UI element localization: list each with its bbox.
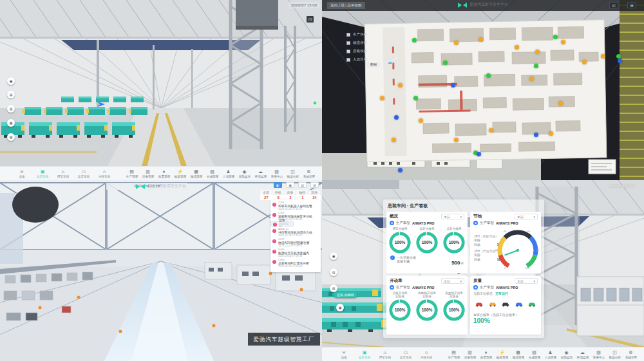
toolbar-item-冲压车间[interactable]: ⌂冲压车间 bbox=[416, 347, 437, 361]
layer-filter[interactable]: ✓生产设备 bbox=[346, 32, 367, 37]
fullscreen-button[interactable]: ◰ bbox=[609, 2, 618, 8]
toolbar-item-仓储管理[interactable]: ▧仓储管理 bbox=[204, 167, 220, 181]
status-dot[interactable] bbox=[413, 96, 418, 100]
toolbar-item-能耗管理[interactable]: ⚡能耗管理 bbox=[172, 167, 188, 181]
status-dot[interactable] bbox=[478, 37, 483, 42]
toolbar-item-物流管理[interactable]: ▦物流管理 bbox=[188, 167, 204, 181]
toolbar-item-涂装车间[interactable]: ☖涂装车间 bbox=[395, 347, 416, 361]
checkbox-icon[interactable]: ✓ bbox=[346, 33, 350, 37]
status-dot[interactable] bbox=[398, 83, 402, 88]
toolbar-item-告警中心[interactable]: ▨告警中心 bbox=[591, 347, 607, 361]
status-dot[interactable] bbox=[535, 50, 540, 54]
status-dot[interactable] bbox=[454, 41, 459, 45]
status-dot[interactable] bbox=[618, 59, 622, 63]
period-select[interactable]: 本日▾ bbox=[515, 278, 538, 284]
alarm-item[interactable]: !B302总装车间拧紧枪扭矩异常2023-02-04 17:11:36 bbox=[270, 221, 294, 227]
period-select[interactable]: 本日▾ bbox=[441, 278, 464, 284]
status-dot[interactable] bbox=[558, 101, 563, 106]
legend-button[interactable]: 图例 bbox=[367, 62, 380, 68]
layers-button[interactable]: ▤ bbox=[627, 2, 636, 8]
toolbar-item-生产管理[interactable]: ▤生产管理 bbox=[446, 347, 462, 361]
poi-marker[interactable]: ▧ bbox=[7, 133, 15, 141]
period-select[interactable]: 本日▾ bbox=[515, 214, 538, 219]
layer-filter[interactable]: ✓人员分布 bbox=[346, 57, 367, 62]
status-dot[interactable] bbox=[553, 35, 558, 39]
status-dot[interactable] bbox=[616, 54, 621, 59]
status-dot[interactable] bbox=[398, 168, 402, 172]
status-dot[interactable] bbox=[394, 115, 399, 120]
toolbar-item-系统设置[interactable]: ⚙系统设置 bbox=[301, 167, 317, 181]
toolbar-item-焊装车间[interactable]: ♨焊装车间 bbox=[53, 167, 73, 181]
status-dot[interactable] bbox=[515, 45, 519, 50]
layer-filter[interactable]: ✓物流设备 bbox=[346, 41, 367, 45]
expand-view-button[interactable]: ◳ bbox=[307, 16, 314, 23]
alarm-item[interactable]: !A118冲压车间压机润滑压力低2023-02-04 17:10:52 bbox=[270, 227, 321, 237]
toolbar-item-设备管理[interactable]: ▥设备管理 bbox=[462, 347, 478, 361]
status-dot[interactable] bbox=[601, 54, 605, 59]
toolbar-item-总览[interactable]: ≍总览 bbox=[334, 347, 354, 361]
toolbar-item-物流管理[interactable]: ▦物流管理 bbox=[510, 347, 526, 361]
layer-filter[interactable]: ✓质检设备 bbox=[346, 49, 367, 53]
status-dot[interactable] bbox=[561, 40, 565, 44]
status-dot[interactable] bbox=[477, 152, 481, 156]
status-dot[interactable] bbox=[380, 96, 384, 100]
checkbox-icon[interactable]: ✓ bbox=[346, 41, 350, 45]
toolbar-item-总装车间[interactable]: ▣总装车间 bbox=[354, 347, 375, 361]
toolbar-item-冲压车间[interactable]: ⌂冲压车间 bbox=[94, 167, 115, 181]
poi-marker[interactable]: ▤ bbox=[7, 91, 15, 98]
toolbar-item-质量管理[interactable]: ♦质量管理 bbox=[478, 347, 494, 361]
toolbar-item-数据分析[interactable]: ◫数据分析 bbox=[607, 347, 623, 361]
poi-marker[interactable]: ▣ bbox=[330, 252, 337, 260]
header-tool-button[interactable]: ◧ bbox=[274, 182, 282, 188]
status-dot[interactable] bbox=[534, 64, 538, 68]
toolbar-item-环境监测[interactable]: ☁环境监测 bbox=[574, 347, 591, 361]
toolbar-item-告警中心[interactable]: ▨告警中心 bbox=[269, 167, 285, 181]
toolbar-item-数据分析[interactable]: ◫数据分析 bbox=[285, 167, 301, 181]
checkbox-icon[interactable]: ✓ bbox=[346, 58, 350, 62]
poi-marker[interactable]: ▥ bbox=[7, 105, 15, 113]
status-dot[interactable] bbox=[392, 138, 396, 142]
status-dot[interactable] bbox=[489, 128, 493, 133]
status-dot[interactable] bbox=[529, 77, 534, 81]
status-dot[interactable] bbox=[534, 133, 538, 137]
alarm-item[interactable]: !C077物流AGV路径阻塞告警2023-02-04 17:09:17 bbox=[270, 237, 321, 247]
status-dot[interactable] bbox=[486, 73, 491, 78]
poi-marker[interactable]: ▦ bbox=[336, 304, 344, 311]
alarm-item[interactable]: !C201焊装车间机器人超时告警2023-02-04 17:13:25 bbox=[270, 200, 321, 210]
poi-marker[interactable]: ▦ bbox=[7, 119, 15, 127]
alarm-item[interactable]: !C063总装车间PLC通讯中断2023-02-04 17:06:41 bbox=[270, 257, 321, 268]
toolbar-item-涂装车间[interactable]: ☖涂装车间 bbox=[73, 167, 94, 181]
toolbar-item-质量管理[interactable]: ♦质量管理 bbox=[156, 167, 172, 181]
header-tool-button[interactable]: ▥ bbox=[310, 182, 319, 188]
toolbar-item-设备管理[interactable]: ▥设备管理 bbox=[140, 167, 156, 181]
status-dot[interactable] bbox=[412, 38, 417, 42]
toolbar-item-总览[interactable]: ≍总览 bbox=[12, 167, 32, 181]
machine-tag[interactable]: 总装-内饰线 bbox=[334, 292, 357, 298]
toolbar-item-人员管理[interactable]: ♟人员管理 bbox=[542, 347, 558, 361]
toolbar-item-环境监测[interactable]: ☁环境监测 bbox=[252, 167, 269, 181]
poi-marker[interactable]: ▤ bbox=[330, 268, 337, 276]
toolbar-item-仓储管理[interactable]: ▧仓储管理 bbox=[526, 347, 542, 361]
toolbar-item-安防监控[interactable]: ◉安防监控 bbox=[236, 167, 252, 181]
status-dot[interactable] bbox=[419, 118, 423, 123]
alarm-item[interactable]: !D410能源站空压机温度偏高2023-02-04 17:08:03 bbox=[270, 247, 321, 257]
alarm-item[interactable]: !C105涂装车间输送链异常停机2023-02-04 17:12:48 bbox=[270, 210, 321, 221]
status-dot[interactable] bbox=[454, 138, 459, 142]
toolbar-item-总装车间[interactable]: ▣总装车间 bbox=[32, 167, 53, 181]
toolbar-item-系统设置[interactable]: ⚙系统设置 bbox=[623, 347, 639, 361]
status-dot[interactable] bbox=[451, 83, 455, 88]
toolbar-item-生产管理[interactable]: ▤生产管理 bbox=[124, 167, 140, 181]
navigation-cursor-icon[interactable] bbox=[386, 55, 399, 68]
status-dot[interactable] bbox=[582, 60, 587, 64]
checkbox-icon[interactable]: ✓ bbox=[346, 50, 350, 53]
toolbar-item-人员管理[interactable]: ♟人员管理 bbox=[220, 167, 236, 181]
period-select[interactable]: 本日▾ bbox=[441, 214, 464, 219]
status-dot[interactable] bbox=[443, 60, 448, 65]
toolbar-item-安防监控[interactable]: ◉安防监控 bbox=[558, 347, 574, 361]
back-button[interactable]: 返回上级 | 总平面图 bbox=[327, 2, 365, 9]
poi-marker[interactable]: ▣ bbox=[7, 77, 15, 85]
status-dot[interactable] bbox=[549, 131, 553, 136]
toolbar-item-焊装车间[interactable]: ♨焊装车间 bbox=[375, 347, 395, 361]
toolbar-item-能耗管理[interactable]: ⚡能耗管理 bbox=[494, 347, 510, 361]
header-tool-button[interactable]: ▤ bbox=[298, 182, 307, 188]
